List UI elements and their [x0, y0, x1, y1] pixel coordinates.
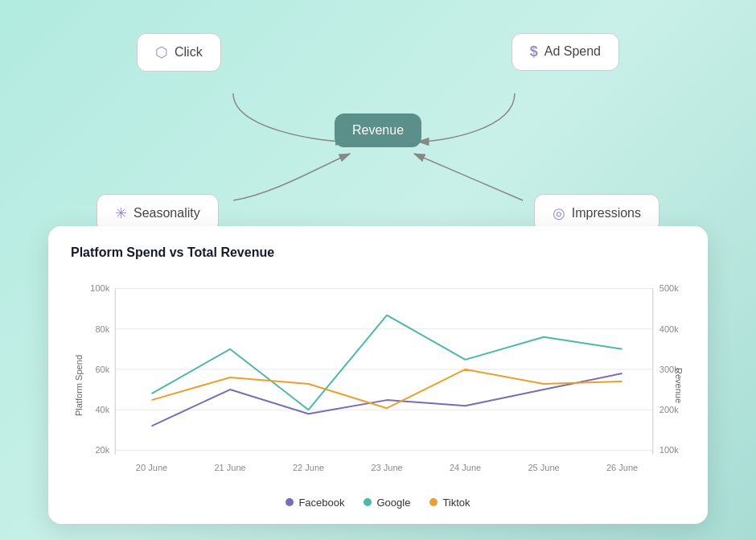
svg-text:26 June: 26 June — [606, 462, 638, 472]
flow-diagram: ⬡ Click $ Ad Spend Revenue ✳ Seasonality… — [48, 17, 708, 258]
legend-label-google: Google — [376, 497, 410, 509]
chart-legend: Facebook Google Tiktok — [71, 497, 685, 509]
svg-text:60k: 60k — [95, 364, 109, 373]
svg-text:40k: 40k — [95, 405, 109, 414]
svg-text:500k: 500k — [659, 283, 679, 293]
chart-title: Platform Spend vs Total Revenue — [71, 245, 685, 260]
svg-text:21 June: 21 June — [214, 462, 245, 472]
impressions-icon: ◎ — [553, 204, 565, 222]
adspend-icon: $ — [530, 43, 538, 60]
svg-text:100k: 100k — [659, 445, 679, 455]
svg-text:23 June: 23 June — [371, 462, 402, 472]
legend-google: Google — [364, 497, 410, 509]
node-revenue[interactable]: Revenue — [335, 113, 421, 147]
legend-dot-tiktok — [429, 498, 438, 506]
legend-tiktok: Tiktok — [429, 497, 470, 509]
legend-facebook: Facebook — [286, 497, 344, 509]
click-icon: ⬡ — [155, 43, 168, 61]
click-label: Click — [175, 45, 203, 60]
chart-svg: 100k 80k 60k 40k 20k 500k 400k 300k 200k… — [71, 273, 685, 490]
svg-text:24 June: 24 June — [450, 462, 481, 472]
legend-dot-google — [364, 498, 372, 506]
seasonality-icon: ✳ — [115, 204, 127, 222]
svg-text:Revenue: Revenue — [674, 367, 684, 402]
adspend-label: Ad Spend — [544, 44, 601, 59]
svg-text:100k: 100k — [90, 283, 109, 293]
svg-text:Platform Spend: Platform Spend — [74, 354, 84, 415]
legend-label-facebook: Facebook — [298, 497, 344, 509]
svg-text:20k: 20k — [95, 445, 109, 455]
svg-text:20 June: 20 June — [136, 462, 167, 472]
impressions-label: Impressions — [572, 206, 641, 221]
main-container: ⬡ Click $ Ad Spend Revenue ✳ Seasonality… — [48, 17, 708, 524]
svg-text:80k: 80k — [95, 324, 109, 333]
node-click[interactable]: ⬡ Click — [137, 33, 221, 72]
seasonality-label: Seasonality — [134, 206, 200, 221]
svg-text:200k: 200k — [659, 405, 679, 414]
node-adspend[interactable]: $ Ad Spend — [512, 33, 619, 71]
svg-text:25 June: 25 June — [528, 462, 559, 472]
chart-card: Platform Spend vs Total Revenue 100k 80k… — [48, 226, 708, 524]
svg-text:400k: 400k — [659, 324, 679, 333]
svg-text:22 June: 22 June — [293, 462, 324, 472]
legend-label-tiktok: Tiktok — [442, 497, 470, 509]
legend-dot-facebook — [286, 498, 294, 506]
revenue-label: Revenue — [352, 123, 404, 138]
chart-area: 100k 80k 60k 40k 20k 500k 400k 300k 200k… — [71, 273, 685, 490]
